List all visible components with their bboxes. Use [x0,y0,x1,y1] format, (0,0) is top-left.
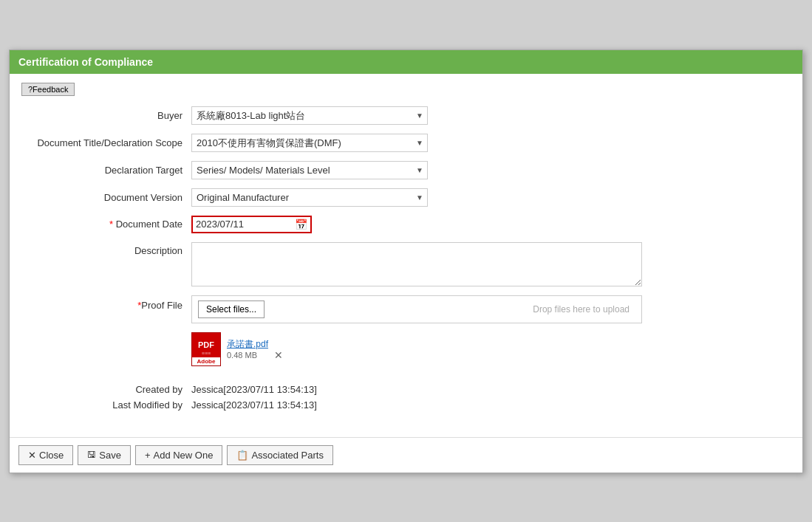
proof-content: Select files... Drop files here to uploa… [191,295,642,369]
doc-title-row: Document Title/Declaration Scope 2010不使用… [29,134,783,152]
doc-date-required: * [109,219,116,230]
declaration-target-row: Declaration Target Series/ Models/ Mater… [29,161,783,179]
close-icon: ✕ [28,450,36,461]
add-icon: + [145,450,151,461]
associated-parts-button[interactable]: 📋 Associated Parts [227,445,333,465]
buyer-select[interactable]: 系統廠8013-Lab light站台 [191,106,428,125]
associated-parts-label: Associated Parts [251,450,324,461]
doc-title-select[interactable]: 2010不使用有害物質保證書(DMF) [191,134,428,152]
declaration-target-control: Series/ Models/ Materials Level ▼ [191,161,443,179]
save-button[interactable]: 🖫 Save [78,445,131,465]
doc-title-control: 2010不使用有害物質保證書(DMF) ▼ [191,134,443,152]
add-new-label: Add New One [153,450,213,461]
save-icon: 🖫 [87,450,96,460]
calendar-icon[interactable]: 📅 [295,219,307,230]
select-files-button[interactable]: Select files... [198,301,265,318]
close-label: Close [39,450,64,461]
description-label: Description [29,242,191,256]
main-window: Certification of Compliance ?Feedback Bu… [9,49,803,473]
drop-zone-text: Drop files here to upload [270,304,635,315]
file-info: 承諾書.pdf 0.48 MB [227,338,268,360]
doc-date-label: * Document Date [29,219,191,230]
file-delete-button[interactable]: ✕ [274,349,283,361]
save-label: Save [99,450,121,461]
declaration-target-select[interactable]: Series/ Models/ Materials Level [191,161,428,179]
doc-version-select[interactable]: Original Manufacturer [191,188,428,207]
form-area: Buyer 系統廠8013-Lab light站台 ▼ Document Tit… [21,106,791,411]
declaration-target-label: Declaration Target [29,165,191,176]
buyer-row: Buyer 系統廠8013-Lab light站台 ▼ [29,106,783,125]
info-rows: Created by Jessica[2023/07/11 13:54:13] … [29,384,783,411]
last-modified-value: Jessica[2023/07/11 13:54:13] [191,399,317,411]
window-title: Certification of Compliance [18,56,153,68]
created-by-value: Jessica[2023/07/11 13:54:13] [191,384,317,395]
doc-version-row: Document Version Original Manufacturer ▼ [29,188,783,207]
file-size: 0.48 MB [227,351,268,360]
buyer-select-wrapper: 系統廠8013-Lab light站台 ▼ [191,106,428,125]
close-button[interactable]: ✕ Close [18,445,73,465]
doc-version-select-wrapper: Original Manufacturer ▼ [191,188,428,207]
doc-version-control: Original Manufacturer ▼ [191,188,443,207]
doc-date-input[interactable] [196,219,292,230]
pdf-icon: PDF ≡≡≡ Adobe [191,332,221,366]
feedback-button[interactable]: ?Feedback [21,83,75,96]
add-new-button[interactable]: + Add New One [135,445,223,465]
doc-date-wrapper: 📅 [191,216,312,233]
content-area: ?Feedback Buyer 系統廠8013-Lab light站台 ▼ Do… [10,74,802,437]
doc-date-row: * Document Date 📅 [29,216,783,233]
title-bar: Certification of Compliance [10,50,802,74]
description-textarea[interactable] [191,242,642,286]
created-by-label: Created by [29,384,191,395]
doc-title-label: Document Title/Declaration Scope [29,137,191,148]
proof-upload-area: Select files... Drop files here to uploa… [191,295,642,323]
proof-label-text: Proof File [141,300,182,311]
doc-title-select-wrapper: 2010不使用有害物質保證書(DMF) ▼ [191,134,428,152]
created-by-row: Created by Jessica[2023/07/11 13:54:13] [29,384,783,395]
proof-file-row: *Proof File Select files... Drop files h… [29,295,783,369]
bottom-bar: ✕ Close 🖫 Save + Add New One 📋 Associate… [10,437,802,473]
last-modified-label: Last Modified by [29,399,191,411]
declaration-target-select-wrapper: Series/ Models/ Materials Level ▼ [191,161,428,179]
file-item: PDF ≡≡≡ Adobe 承諾書.pdf 0.48 MB ✕ [191,329,642,369]
description-row: Description [29,242,783,286]
buyer-control: 系統廠8013-Lab light站台 ▼ [191,106,443,125]
doc-date-control: 📅 [191,216,443,233]
last-modified-row: Last Modified by Jessica[2023/07/11 13:5… [29,399,783,411]
doc-version-label: Document Version [29,192,191,203]
associated-parts-icon: 📋 [236,450,248,461]
buyer-label: Buyer [29,110,191,121]
file-name[interactable]: 承諾書.pdf [227,338,268,351]
proof-file-label: *Proof File [29,295,191,311]
